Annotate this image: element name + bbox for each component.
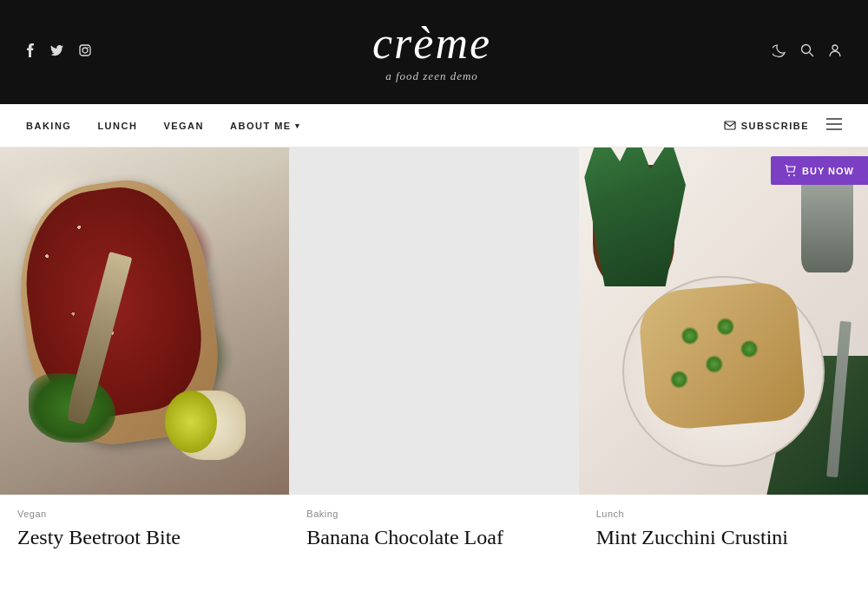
social-links: [26, 43, 91, 61]
twitter-link[interactable]: [50, 45, 63, 60]
search-icon[interactable]: [800, 43, 814, 61]
hamburger-menu-icon[interactable]: [826, 116, 842, 135]
card-1-title[interactable]: Zesty Beetroot Bite: [17, 524, 272, 551]
nav-item-baking[interactable]: BAKING: [26, 121, 71, 131]
card-2-image: [289, 148, 578, 495]
main-content: Vegan Zesty Beetroot Bite Baking Banana …: [0, 148, 868, 568]
svg-point-3: [802, 45, 811, 54]
card-1: Vegan Zesty Beetroot Bite: [0, 148, 289, 568]
subscribe-button[interactable]: SUBSCRIBE: [724, 121, 809, 131]
nav-item-lunch[interactable]: LUNCH: [97, 121, 137, 131]
card-1-body: Vegan Zesty Beetroot Bite: [0, 495, 289, 568]
card-3-body: Lunch Mint Zucchini Crustini: [579, 495, 868, 568]
facebook-icon: [26, 47, 35, 60]
nav-item-vegan[interactable]: VEGAN: [163, 121, 204, 131]
card-2-title[interactable]: Banana Chocolate Loaf: [306, 524, 561, 551]
instagram-icon: [79, 46, 91, 59]
header-actions: [773, 43, 842, 61]
site-tagline: a food zeen demo: [91, 69, 773, 83]
card-3-category: Lunch: [596, 509, 851, 519]
cards-grid: Vegan Zesty Beetroot Bite Baking Banana …: [0, 148, 868, 568]
card-3: BUY NOW Lunch Mint Zucchini Crustini: [579, 148, 868, 568]
site-branding: crème a food zeen demo: [91, 21, 773, 83]
nav-items: BAKING LUNCH VEGAN ABOUT ME ▾: [26, 121, 300, 131]
instagram-link[interactable]: [79, 44, 91, 60]
card-2-body: Baking Banana Chocolate Loaf: [289, 495, 578, 568]
svg-point-5: [832, 45, 838, 50]
svg-point-11: [793, 174, 795, 176]
svg-point-1: [82, 48, 88, 53]
card-2-category: Baking: [306, 509, 561, 519]
svg-point-10: [788, 174, 790, 176]
card-3-title[interactable]: Mint Zucchini Crustini: [596, 524, 851, 551]
card-1-image: [0, 148, 289, 495]
svg-rect-0: [80, 45, 90, 56]
svg-point-2: [88, 47, 89, 48]
card-1-category: Vegan: [17, 509, 272, 519]
user-icon[interactable]: [828, 43, 842, 61]
site-title[interactable]: crème: [91, 21, 773, 66]
chevron-down-icon: ▾: [295, 121, 301, 130]
facebook-link[interactable]: [26, 43, 35, 61]
moon-icon[interactable]: [773, 43, 786, 61]
nav-right-actions: SUBSCRIBE: [724, 116, 842, 135]
site-header: crème a food zeen demo: [0, 0, 868, 104]
svg-rect-6: [725, 121, 735, 129]
card-3-image: BUY NOW: [579, 148, 868, 495]
svg-line-4: [810, 53, 814, 57]
site-nav: BAKING LUNCH VEGAN ABOUT ME ▾ SUBSCRIBE: [0, 104, 868, 148]
twitter-icon: [50, 46, 63, 59]
card-2: Baking Banana Chocolate Loaf: [289, 148, 578, 568]
nav-item-about-me[interactable]: ABOUT ME ▾: [230, 121, 300, 131]
buy-now-button[interactable]: BUY NOW: [771, 156, 868, 185]
